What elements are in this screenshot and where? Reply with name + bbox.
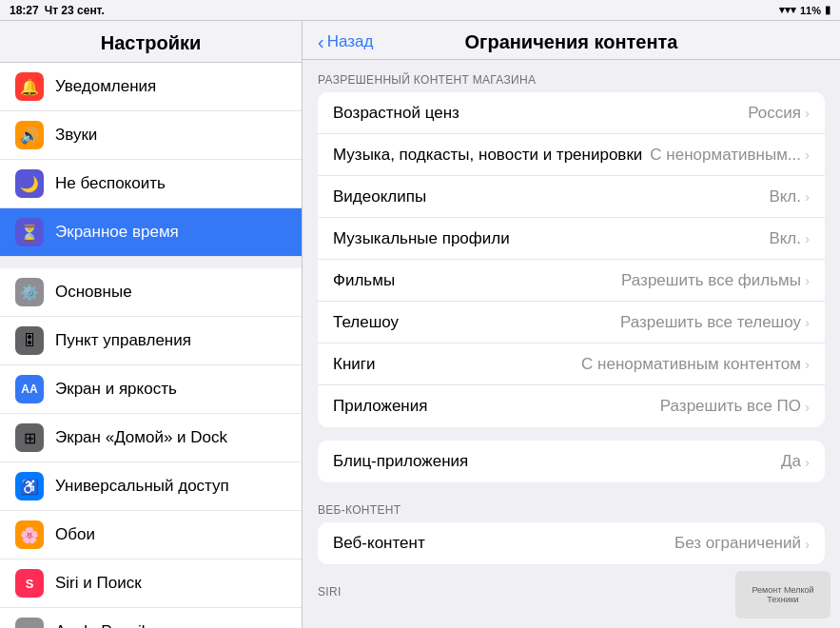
general-icon: ⚙️ [15, 278, 44, 306]
sidebar-item-wallpaper[interactable]: 🌸 Обои [0, 511, 302, 559]
row-blitzapps-value: Да › [781, 452, 810, 471]
sidebar-item-sounds[interactable]: 🔊 Звуки [0, 111, 302, 160]
row-blitzapps-label: Блиц-приложения [333, 452, 468, 471]
applepencil-icon: ✏ [15, 618, 44, 628]
sidebar-item-general[interactable]: ⚙️ Основные [0, 268, 302, 317]
back-chevron-icon: ‹ [318, 32, 324, 51]
accessibility-icon: ♿ [15, 472, 44, 500]
sounds-icon: 🔊 [15, 121, 44, 149]
row-apps-label: Приложения [333, 397, 427, 416]
back-label: Назад [327, 32, 374, 51]
sidebar-list: 🔔 Уведомления 🔊 Звуки 🌙 Не беспокоить ⏳ … [0, 63, 302, 628]
row-tvshows[interactable]: Телешоу Разрешить все телешоу › [318, 302, 825, 343]
row-blitzapps[interactable]: Блиц-приложения Да › [318, 441, 825, 482]
row-films-label: Фильмы [333, 271, 395, 290]
general-label: Основные [55, 283, 132, 302]
content-scroll: РАЗРЕШЕННЫЙ КОНТЕНТ МАГАЗИНА Возрастной … [303, 60, 840, 628]
row-video-label: Видеоклипы [333, 187, 426, 206]
controlcenter-icon: 🎛 [15, 326, 44, 355]
sidebar-item-accessibility[interactable]: ♿ Универсальный доступ [0, 462, 302, 511]
row-books-label: Книги [333, 355, 375, 374]
display-label: Экран и яркость [55, 380, 177, 399]
row-tvshows-value: Разрешить все телешоу › [620, 313, 810, 332]
row-blitzapps-chevron: › [805, 454, 810, 470]
sidebar-divider [0, 257, 302, 268]
status-time: 18:27 [10, 4, 39, 17]
row-musicprofiles-label: Музыкальные профили [333, 229, 510, 248]
battery-icon: ▮ [825, 4, 830, 16]
row-web-value: Без ограничений › [674, 534, 810, 553]
section-store-group: Возрастной ценз Россия › Музыка, подкаст… [318, 92, 825, 427]
row-music-label: Музыка, подкасты, новости и тренировки [333, 146, 642, 165]
sidebar-item-screentime[interactable]: ⏳ Экранное время [0, 208, 302, 257]
sidebar-item-notifications[interactable]: 🔔 Уведомления [0, 63, 302, 111]
row-books-chevron: › [805, 356, 810, 372]
row-apps-value: Разрешить все ПО › [660, 397, 810, 416]
row-web-chevron: › [805, 536, 810, 552]
content-header: ‹ Назад Ограничения контента [303, 21, 840, 60]
row-music-value: С ненормативным... › [650, 146, 810, 165]
section-webcontent-group: Веб-контент Без ограничений › [318, 522, 825, 564]
sidebar-item-siri[interactable]: S Siri и Поиск [0, 559, 302, 608]
row-tvshows-chevron: › [805, 314, 810, 330]
sidebar-group1: 🔔 Уведомления 🔊 Звуки 🌙 Не беспокоить ⏳ … [0, 63, 302, 257]
homescreen-icon: ⊞ [15, 423, 44, 452]
row-age[interactable]: Возрастной ценз Россия › [318, 92, 825, 134]
row-musicprofiles-chevron: › [805, 230, 810, 246]
battery-indicator: 11% [800, 5, 821, 16]
back-button[interactable]: ‹ Назад [318, 32, 373, 51]
wifi-icon: ▾▾▾ [779, 4, 796, 16]
row-music[interactable]: Музыка, подкасты, новости и тренировки С… [318, 134, 825, 176]
sounds-label: Звуки [55, 126, 97, 145]
screentime-icon: ⏳ [15, 218, 44, 246]
applepencil-label: Apple Pencil [55, 622, 146, 628]
row-films-value: Разрешить все фильмы › [621, 271, 810, 290]
status-bar: 18:27 Чт 23 сент. ▾▾▾ 11% ▮ [0, 0, 840, 21]
wallpaper-label: Обои [55, 525, 95, 544]
row-books-value: С ненормативным контентом › [581, 355, 810, 374]
row-music-chevron: › [805, 147, 810, 163]
section-blitz-group: Блиц-приложения Да › [318, 441, 825, 482]
sidebar-group2: ⚙️ Основные 🎛 Пункт управления AA Экран … [0, 268, 302, 628]
status-right: ▾▾▾ 11% ▮ [779, 4, 830, 16]
row-web[interactable]: Веб-контент Без ограничений › [318, 522, 825, 564]
main-layout: Настройки 🔔 Уведомления 🔊 Звуки 🌙 Не бес… [0, 21, 840, 628]
watermark: Ремонт МелкойТехники [735, 571, 830, 618]
sidebar: Настройки 🔔 Уведомления 🔊 Звуки 🌙 Не бес… [0, 21, 303, 628]
row-musicprofiles[interactable]: Музыкальные профили Вкл. › [318, 218, 825, 260]
accessibility-label: Универсальный доступ [55, 477, 229, 496]
row-video[interactable]: Видеоклипы Вкл. › [318, 176, 825, 218]
sidebar-title: Настройки [0, 21, 302, 63]
content-pane: ‹ Назад Ограничения контента РАЗРЕШЕННЫЙ… [303, 21, 840, 628]
section-webcontent-label: ВЕБ-КОНТЕНТ [303, 490, 840, 522]
status-day: Чт 23 сент. [45, 4, 105, 17]
homescreen-label: Экран «Домой» и Dock [55, 428, 227, 447]
sidebar-item-display[interactable]: AA Экран и яркость [0, 365, 302, 414]
notifications-icon: 🔔 [15, 72, 44, 101]
sidebar-item-controlcenter[interactable]: 🎛 Пункт управления [0, 317, 302, 365]
row-age-label: Возрастной ценз [333, 104, 459, 123]
sidebar-item-donotdisturb[interactable]: 🌙 Не беспокоить [0, 160, 302, 208]
section-store-label: РАЗРЕШЕННЫЙ КОНТЕНТ МАГАЗИНА [303, 60, 840, 92]
row-video-chevron: › [805, 188, 810, 205]
row-films-chevron: › [805, 272, 810, 288]
content-scroll-wrapper: РАЗРЕШЕННЫЙ КОНТЕНТ МАГАЗИНА Возрастной … [303, 60, 840, 628]
sidebar-item-applepencil[interactable]: ✏ Apple Pencil [0, 608, 302, 628]
row-video-value: Вкл. › [769, 187, 810, 206]
wallpaper-icon: 🌸 [15, 520, 44, 549]
sidebar-item-homescreen[interactable]: ⊞ Экран «Домой» и Dock [0, 414, 302, 462]
row-age-value: Россия › [748, 104, 810, 123]
row-apps-chevron: › [805, 399, 810, 415]
siri-icon: S [15, 569, 44, 598]
row-apps[interactable]: Приложения Разрешить все ПО › [318, 385, 825, 427]
controlcenter-label: Пункт управления [55, 331, 191, 350]
donotdisturb-label: Не беспокоить [55, 174, 166, 193]
row-books[interactable]: Книги С ненормативным контентом › [318, 343, 825, 385]
row-musicprofiles-value: Вкл. › [769, 229, 810, 248]
display-icon: AA [15, 375, 44, 403]
content-title: Ограничения контента [465, 31, 678, 53]
row-films[interactable]: Фильмы Разрешить все фильмы › [318, 260, 825, 302]
row-tvshows-label: Телешоу [333, 313, 399, 332]
row-web-label: Веб-контент [333, 534, 425, 553]
screentime-label: Экранное время [55, 223, 179, 242]
